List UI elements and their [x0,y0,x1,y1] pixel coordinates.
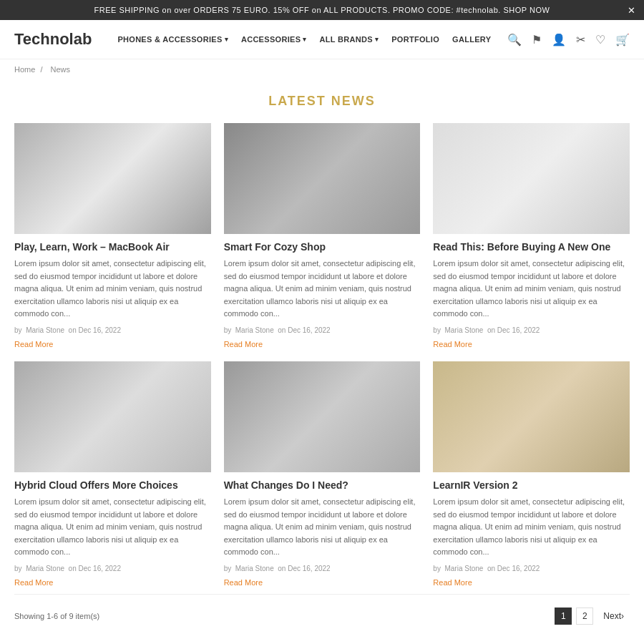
news-title-4: What Changes Do I Need? [224,479,421,491]
news-meta-3: by Maria Stone on Dec 16, 2022 [14,565,211,572]
news-title-1: Smart For Cozy Shop [224,241,421,253]
news-meta-0: by Maria Stone on Dec 16, 2022 [14,326,211,334]
news-card-4: What Changes Do I Need? Lorem ipsum dolo… [224,361,421,587]
user-icon[interactable]: 👤 [552,33,566,47]
nav-phones[interactable]: PHONES & ACCESSORIES ▾ [113,32,233,47]
close-banner-button[interactable]: ✕ [628,5,636,16]
news-image-5 [433,361,630,472]
read-more-0[interactable]: Read More [14,340,211,348]
search-icon[interactable]: 🔍 [507,33,522,47]
scissors-icon[interactable]: ✂ [576,33,585,47]
news-title-0: Play, Learn, Work – MacBook Air [14,241,211,253]
nav-portfolio[interactable]: PORTFOLIO [387,32,444,47]
banner-text: FREE SHIPPING on over ORDERS 75 EURO. 15… [94,6,550,14]
news-card-5: LearnIR Version 2 Lorem ipsum dolor sit … [433,361,630,587]
news-image-1 [224,123,421,234]
news-card-1: Smart For Cozy Shop Lorem ipsum dolor si… [224,123,421,348]
news-image-3 [14,361,211,472]
pagination-bar: Showing 1-6 of 9 item(s) 1 2 Next › [14,594,630,632]
main-nav: PHONES & ACCESSORIES ▾ ACCESSORIES ▾ ALL… [113,32,507,47]
heart-icon[interactable]: ♡ [595,33,605,47]
flag-icon[interactable]: ⚑ [532,33,542,47]
news-meta-1: by Maria Stone on Dec 16, 2022 [224,326,421,334]
chevron-down-icon: ▾ [303,36,306,43]
chevron-down-icon: ▾ [375,36,379,43]
cart-icon[interactable]: 🛒 [615,33,630,47]
pagination-info: Showing 1-6 of 9 item(s) [14,612,99,620]
news-image-0 [14,123,211,234]
news-title-3: Hybrid Cloud Offers More Choices [14,479,211,491]
logo[interactable]: Technolab [14,30,92,49]
news-meta-4: by Maria Stone on Dec 16, 2022 [224,565,421,572]
news-image-4 [224,361,421,472]
news-excerpt-3: Lorem ipsum dolor sit amet, consectetur … [14,496,211,559]
page-2-button[interactable]: 2 [576,608,593,625]
section-title: LATEST NEWS [14,94,630,109]
breadcrumb: Home / News [0,59,644,79]
news-card-2: Read This: Before Buying A New One Lorem… [433,123,630,348]
read-more-2[interactable]: Read More [433,340,630,348]
news-meta-2: by Maria Stone on Dec 16, 2022 [433,326,630,334]
breadcrumb-home[interactable]: Home [14,65,35,74]
read-more-1[interactable]: Read More [224,340,421,348]
read-more-4[interactable]: Read More [224,578,421,587]
nav-gallery[interactable]: GALLERY [448,32,495,47]
news-excerpt-5: Lorem ipsum dolor sit amet, consectetur … [433,496,630,559]
page-1-button[interactable]: 1 [555,608,572,625]
news-excerpt-1: Lorem ipsum dolor sit amet, consectetur … [224,258,421,321]
news-excerpt-4: Lorem ipsum dolor sit amet, consectetur … [224,496,421,559]
news-image-2 [433,123,630,234]
nav-brands[interactable]: ALL BRANDS ▾ [316,32,384,47]
news-excerpt-2: Lorem ipsum dolor sit amet, consectetur … [433,258,630,321]
news-grid: Play, Learn, Work – MacBook Air Lorem ip… [14,123,630,587]
top-banner: FREE SHIPPING on over ORDERS 75 EURO. 15… [0,0,644,20]
news-title-2: Read This: Before Buying A New One [433,241,630,253]
read-more-5[interactable]: Read More [433,578,630,587]
nav-accessories[interactable]: ACCESSORIES ▾ [237,32,311,47]
next-page-button[interactable]: Next › [597,608,630,625]
read-more-3[interactable]: Read More [14,578,211,587]
news-title-5: LearnIR Version 2 [433,479,630,491]
chevron-down-icon: ▾ [225,36,228,43]
news-excerpt-0: Lorem ipsum dolor sit amet, consectetur … [14,258,211,321]
main-content: LATEST NEWS Play, Learn, Work – MacBook … [0,79,644,644]
news-card-0: Play, Learn, Work – MacBook Air Lorem ip… [14,123,211,348]
breadcrumb-current: News [51,65,71,74]
pagination-controls: 1 2 Next › [555,608,630,625]
header-icons: 🔍 ⚑ 👤 ✂ ♡ 🛒 [507,33,630,47]
news-meta-5: by Maria Stone on Dec 16, 2022 [433,565,630,572]
header: Technolab PHONES & ACCESSORIES ▾ ACCESSO… [0,20,644,59]
news-card-3: Hybrid Cloud Offers More Choices Lorem i… [14,361,211,587]
